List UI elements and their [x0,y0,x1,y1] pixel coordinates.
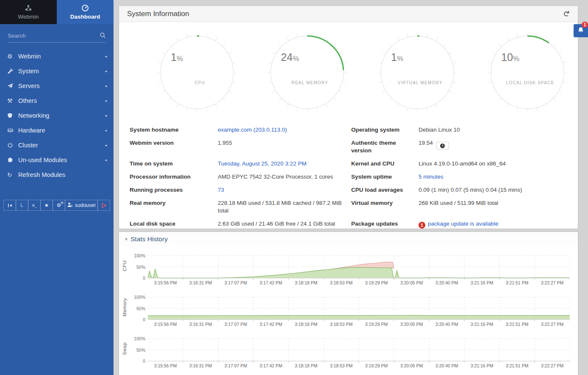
sidebar-item-label: Servers [18,83,105,89]
sidebar-item-servers[interactable]: Servers◂ [0,78,114,93]
info-link[interactable]: example.com (203.0.113.0) [218,127,287,133]
info-value: 0.09 (1 min) 0.07 (5 mins) 0.04 (15 mins… [419,186,567,194]
sidebar-footer: ☾ >_ ★ ⚙⚙ sudouser [3,200,110,211]
sidebar-item-hardware[interactable]: Hardware◂ [0,123,114,138]
sidebar-item-label: Others [18,97,105,104]
info-value: 268 KiB used / 511.99 MiB total [419,199,567,215]
collapse-sidebar-icon[interactable] [3,200,16,211]
sidebar-item-cluster[interactable]: Cluster◂ [0,138,114,152]
chart-y-labels: 100%50%0 [130,293,148,322]
system-info-table: System hostnameexample.com (203.0.113.0)… [119,123,578,237]
chart-swap: Swap100%50%03:15:56 PM3:16:31 PM3:17:07 … [119,334,578,370]
info-label: Operating system [351,126,419,134]
sidebar-item-label: Networking [18,112,105,119]
info-value: 1package update is available [419,220,567,229]
info-value: Debian Linux 10 [419,126,567,134]
chart-plot-area [148,251,570,280]
chevron-left-icon: ◂ [105,84,107,88]
info-link[interactable]: Tuesday, August 25, 2020 3:22 PM [218,160,306,167]
system-information-header: System Information ↻ [119,6,578,22]
sidebar-item-webmin[interactable]: ⚙Webmin◂ [0,49,114,63]
page-title: System Information [127,10,563,18]
notification-count-badge: 1 [582,22,588,28]
gauge-cpu: 1%CPU [158,33,236,112]
gauge-label: VIRTUAL MEMORY [378,80,463,85]
sidebar-item-label: Un-used Modules [18,157,105,163]
gauge-value: 1% [171,51,183,63]
sidebar-item-label: Cluster [18,142,105,149]
info-label: Local disk space [130,220,218,229]
gear-icon: ⚙ [7,53,18,59]
sidebar-item-un-used-modules[interactable]: Un-used Modules◂ [0,152,114,167]
info-value: 5 minutes [419,173,567,181]
chevron-left-icon: ◂ [105,113,107,118]
chart-x-labels: 3:15:56 PM3:16:31 PM3:17:07 PM3:17:42 PM… [148,322,570,329]
favorites-star-icon[interactable]: ★ [40,200,53,211]
tab-dashboard[interactable]: Dashboard [57,0,114,24]
info-value: Tuesday, August 25, 2020 3:22 PM [218,160,351,168]
terminal-icon[interactable]: >_ [28,200,41,211]
theme-info-button[interactable]: i [436,142,449,149]
chart-y-labels: 100%50%0 [130,251,148,280]
info-label: Virtual memory [351,199,419,215]
info-label: System uptime [351,173,419,181]
chevron-left-icon: ◂ [105,158,107,162]
power-icon [7,142,18,148]
hdd-icon [7,127,18,133]
info-value: 228.18 MiB used / 531.8 MiB cached / 987… [218,199,351,215]
puzzle-icon [7,157,18,163]
package-count-badge: 1 [419,222,425,229]
main-content: System Information ↻ 1%CPU24%REAL MEMORY… [114,0,588,375]
info-link[interactable]: 73 [218,187,224,193]
notifications-button[interactable]: 1 [574,24,588,37]
logout-icon[interactable] [97,200,110,211]
chart-memory: Memory100%50%03:15:56 PM3:16:31 PM3:17:0… [119,293,578,329]
sidebar-item-others[interactable]: ⚒Others◂ [0,93,114,108]
info-link[interactable]: package update is available [428,221,499,227]
gauge-value: 1% [391,51,403,63]
stats-charts: CPU100%50%03:15:56 PM3:16:31 PM3:17:07 P… [119,251,578,370]
gauge-virtual-memory: 1%VIRTUAL MEMORY [378,33,457,112]
sidebar-item-label: System [18,68,105,74]
search-input[interactable] [8,30,106,42]
tab-webmin-label: Webmin [18,14,39,20]
info-label: Kernel and CPU [351,160,419,168]
sidebar-tabs: Webmin Dashboard [0,0,114,24]
sidebar-item-networking[interactable]: Networking◂ [0,108,114,123]
info-label: CPU load averages [351,186,419,194]
shield-icon [7,113,18,119]
hammer-icon: ⚒ [7,98,18,104]
chevron-left-icon: ◂ [105,128,107,132]
gauge-value: 10% [501,51,519,63]
stats-history-panel: ▾ Stats History CPU100%50%03:15:56 PM3:1… [119,232,578,375]
search-icon[interactable] [100,32,106,40]
night-mode-icon[interactable]: ☾ [16,200,28,211]
gauge-local-disk-space: 10%LOCAL DISK SPACE [488,33,567,112]
chart-x-labels: 3:15:56 PM3:16:31 PM3:17:07 PM3:17:42 PM… [148,280,570,287]
chart-cpu: CPU100%50%03:15:56 PM3:16:31 PM3:17:07 P… [119,251,578,287]
gauge-label: CPU [158,80,242,85]
chart-axis-title: CPU [119,251,130,280]
chevron-left-icon: ◂ [105,99,107,103]
refresh-icon[interactable]: ↻ [563,11,571,17]
gauge-label: LOCAL DISK SPACE [488,80,573,85]
settings-gears-icon[interactable]: ⚙⚙ [53,200,65,211]
dashboard-gauge-icon [81,4,89,12]
info-label: Package updates [351,220,419,229]
paper-plane-icon [7,83,18,89]
user-menu[interactable]: sudouser [65,200,98,211]
tab-webmin[interactable]: Webmin [0,0,57,24]
sidebar: Webmin Dashboard ⚙Webmin◂System◂Servers◂… [0,0,114,375]
search-row [8,30,106,43]
info-link[interactable]: 5 minutes [419,174,444,180]
chart-x-labels: 3:15:56 PM3:16:31 PM3:17:07 PM3:17:42 PM… [148,363,570,370]
chevron-left-icon: ◂ [105,69,107,73]
info-value: 2.63 GiB used / 21.46 GiB free / 24.1 Gi… [218,220,351,229]
info-value: 73 [218,186,351,194]
stats-history-header[interactable]: ▾ Stats History [119,232,578,246]
info-label: Time on system [130,160,218,168]
chart-plot-area [148,334,570,363]
sidebar-item-refresh-modules[interactable]: ↻Refresh Modules [0,167,114,182]
sidebar-item-system[interactable]: System◂ [0,63,114,78]
tab-dashboard-label: Dashboard [70,14,100,20]
